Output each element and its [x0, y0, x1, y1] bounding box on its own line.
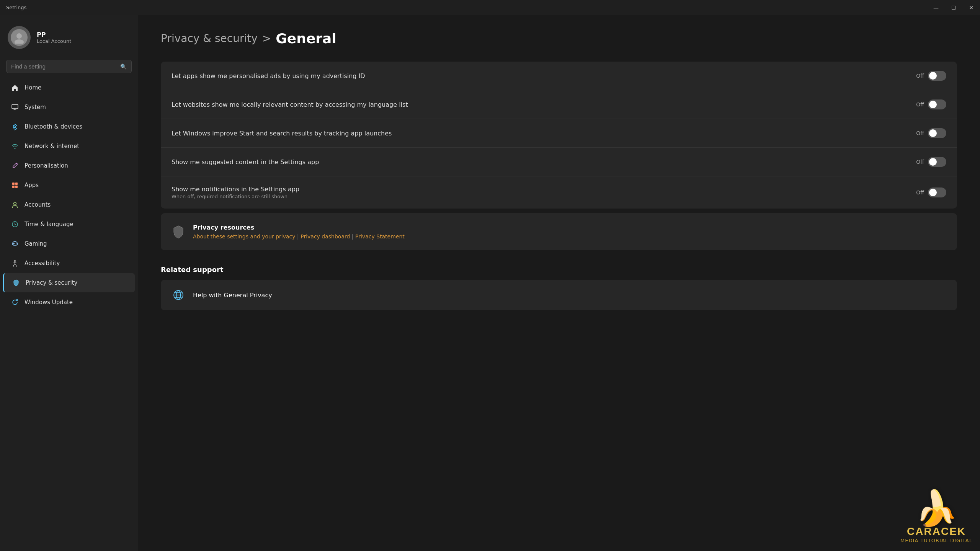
support-row-privacy[interactable]: Help with General Privacy — [161, 280, 957, 310]
svg-point-0 — [16, 33, 22, 39]
toggle-state-ads: Off — [916, 73, 924, 79]
privacy-link-statement[interactable]: Privacy Statement — [355, 233, 405, 240]
toggle-thumb-tracking — [929, 129, 937, 137]
network-icon — [11, 142, 19, 150]
setting-row-notifications: Show me notifications in the Settings ap… — [161, 176, 957, 209]
sidebar-item-accessibility[interactable]: Accessibility — [3, 254, 135, 273]
titlebar-title: Settings — [6, 5, 26, 10]
svg-rect-2 — [12, 104, 18, 109]
toggle-thumb-suggested — [929, 158, 937, 166]
globe-icon — [172, 288, 185, 302]
sidebar-item-time-label: Time & language — [24, 221, 74, 228]
toggle-state-suggested: Off — [916, 159, 924, 165]
privacy-separator-2: | — [352, 233, 355, 240]
sidebar-item-privacy[interactable]: Privacy & security — [3, 273, 135, 292]
sidebar: PP Local Account 🔍 Home — [0, 15, 138, 551]
sidebar-nav: Home System Bluetooth & devices — [0, 78, 138, 312]
sidebar-item-gaming[interactable]: Gaming — [3, 234, 135, 253]
avatar-icon — [11, 29, 28, 46]
toggle-notifications[interactable] — [928, 187, 946, 197]
toggle-container-notifications[interactable]: Off — [916, 187, 946, 197]
privacy-links: About these settings and your privacy | … — [193, 233, 405, 240]
sidebar-item-home[interactable]: Home — [3, 78, 135, 97]
user-profile[interactable]: PP Local Account — [0, 15, 138, 57]
setting-text-suggested: Show me suggested content in the Setting… — [172, 158, 916, 166]
setting-text-ads: Let apps show me personalised ads by usi… — [172, 72, 916, 80]
update-icon — [11, 298, 19, 306]
minimize-button[interactable]: — — [927, 0, 945, 15]
privacy-link-about[interactable]: About these settings and your privacy — [193, 233, 296, 240]
content-area: Privacy & security > General Let apps sh… — [138, 15, 980, 551]
breadcrumb: Privacy & security > General — [161, 31, 957, 46]
accessibility-icon — [11, 259, 19, 267]
toggle-thumb-notifications — [929, 189, 937, 196]
setting-row-tracking: Let Windows improve Start and search res… — [161, 119, 957, 148]
toggle-tracking[interactable] — [928, 128, 946, 138]
toggle-thumb-ads — [929, 72, 937, 80]
toggle-thumb-language — [929, 101, 937, 108]
apps-icon — [11, 181, 19, 189]
sidebar-item-personalisation[interactable]: Personalisation — [3, 156, 135, 175]
toggle-container-ads[interactable]: Off — [916, 71, 946, 81]
sidebar-item-network[interactable]: Network & internet — [3, 137, 135, 156]
privacy-resources-content: Privacy resources About these settings a… — [193, 224, 405, 240]
toggle-state-language: Off — [916, 101, 924, 108]
time-icon — [11, 220, 19, 228]
close-button[interactable]: ✕ — [962, 0, 980, 15]
privacy-icon — [12, 279, 20, 287]
sidebar-item-system[interactable]: System — [3, 98, 135, 117]
related-support: Related support Help with General Privac… — [161, 266, 957, 310]
bluetooth-icon — [11, 122, 19, 131]
svg-rect-4 — [15, 183, 18, 185]
toggle-suggested[interactable] — [928, 157, 946, 167]
toggle-container-suggested[interactable]: Off — [916, 157, 946, 167]
svg-rect-3 — [12, 183, 15, 185]
sidebar-item-update-label: Windows Update — [24, 299, 73, 306]
breadcrumb-parent[interactable]: Privacy & security — [161, 32, 258, 45]
setting-text-language: Let websites show me locally relevant co… — [172, 101, 916, 108]
setting-label-ads: Let apps show me personalised ads by usi… — [172, 72, 916, 80]
setting-label-notifications: Show me notifications in the Settings ap… — [172, 186, 916, 193]
sidebar-item-privacy-label: Privacy & security — [26, 279, 77, 286]
setting-row-ads: Let apps show me personalised ads by usi… — [161, 62, 957, 90]
privacy-resources: Privacy resources About these settings a… — [161, 213, 957, 250]
toggle-language[interactable] — [928, 99, 946, 109]
toggle-container-tracking[interactable]: Off — [916, 128, 946, 138]
sidebar-item-personalisation-label: Personalisation — [24, 162, 68, 169]
toggle-ads[interactable] — [928, 71, 946, 81]
setting-label-suggested: Show me suggested content in the Setting… — [172, 158, 916, 166]
setting-label-tracking: Let Windows improve Start and search res… — [172, 130, 916, 137]
setting-row-language: Let websites show me locally relevant co… — [161, 90, 957, 119]
maximize-button[interactable]: ☐ — [945, 0, 962, 15]
user-name: PP — [37, 31, 71, 38]
search-input[interactable] — [11, 63, 116, 70]
svg-point-10 — [16, 244, 16, 245]
support-label-privacy: Help with General Privacy — [193, 292, 272, 299]
sidebar-item-network-label: Network & internet — [24, 143, 79, 150]
breadcrumb-current: General — [276, 31, 336, 46]
sidebar-item-bluetooth-label: Bluetooth & devices — [24, 123, 82, 130]
related-support-title: Related support — [161, 266, 957, 274]
sidebar-item-apps[interactable]: Apps — [3, 176, 135, 195]
avatar — [8, 26, 31, 49]
setting-label-language: Let websites show me locally relevant co… — [172, 101, 916, 108]
sidebar-item-apps-label: Apps — [24, 182, 39, 189]
watermark-sub: MEDIA TUTORIAL DIGITAL — [900, 538, 972, 543]
watermark: 🍌 CARACEK MEDIA TUTORIAL DIGITAL — [900, 491, 972, 543]
setting-sublabel-notifications: When off, required notifications are sti… — [172, 194, 916, 199]
setting-row-suggested: Show me suggested content in the Setting… — [161, 148, 957, 176]
svg-point-9 — [16, 243, 16, 244]
toggle-state-tracking: Off — [916, 130, 924, 136]
privacy-resources-title: Privacy resources — [193, 224, 405, 231]
settings-section: Let apps show me personalised ads by usi… — [161, 62, 957, 209]
search-icon: 🔍 — [120, 64, 127, 70]
privacy-link-dashboard[interactable]: Privacy dashboard — [301, 233, 350, 240]
sidebar-item-bluetooth[interactable]: Bluetooth & devices — [3, 117, 135, 136]
toggle-container-language[interactable]: Off — [916, 99, 946, 109]
sidebar-item-update[interactable]: Windows Update — [3, 293, 135, 312]
user-info: PP Local Account — [37, 31, 71, 44]
sidebar-item-accounts[interactable]: Accounts — [3, 195, 135, 214]
sidebar-item-time[interactable]: Time & language — [3, 215, 135, 234]
svg-point-1 — [15, 39, 24, 44]
search-box[interactable]: 🔍 — [6, 60, 132, 73]
